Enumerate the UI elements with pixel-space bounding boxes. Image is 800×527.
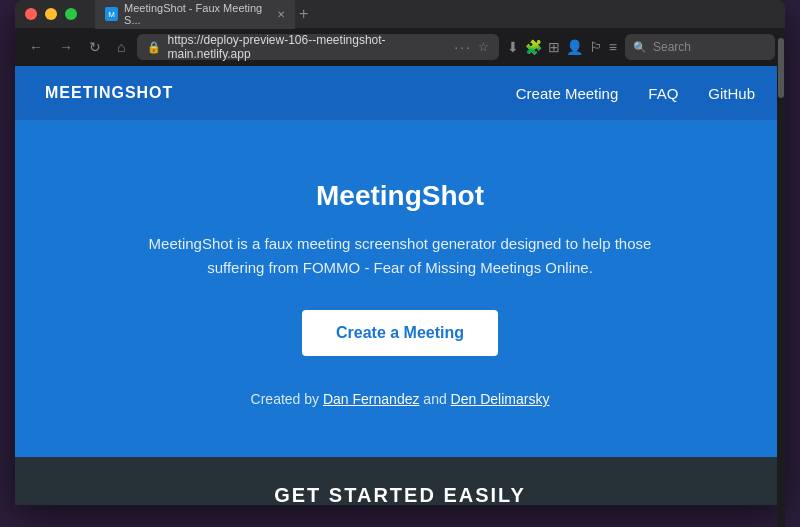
site-navbar: MEETINGSHOT Create Meeting FAQ GitHub bbox=[15, 66, 785, 120]
site-brand: MEETINGSHOT bbox=[45, 84, 516, 102]
create-meeting-button[interactable]: Create a Meeting bbox=[302, 310, 498, 356]
forward-button[interactable]: → bbox=[55, 37, 77, 57]
hero-title: MeetingShot bbox=[316, 180, 484, 212]
nav-faq[interactable]: FAQ bbox=[648, 85, 678, 102]
download-icon[interactable]: ⬇ bbox=[507, 39, 519, 55]
credit-prefix: Created by bbox=[251, 391, 323, 407]
footer-title: GET STARTED EASILY bbox=[274, 484, 526, 506]
url-text: https://deploy-preview-106--meetingshot-… bbox=[167, 33, 448, 61]
hero-credit: Created by Dan Fernandez and Den Delimar… bbox=[251, 391, 550, 407]
addressbar: ← → ↻ ⌂ 🔒 https://deploy-preview-106--me… bbox=[15, 28, 785, 66]
minimize-button[interactable] bbox=[45, 8, 57, 20]
browser-menu-icon[interactable]: ≡ bbox=[609, 39, 617, 55]
toolbar-icons: ⬇ 🧩 ⊞ 👤 🏳 ≡ bbox=[507, 39, 617, 55]
url-menu-icon[interactable]: ··· bbox=[454, 39, 472, 55]
nav-github[interactable]: GitHub bbox=[708, 85, 755, 102]
tab-favicon-icon: M bbox=[105, 7, 118, 21]
scrollbar-thumb[interactable] bbox=[778, 38, 784, 98]
bookmark-icon[interactable]: ☆ bbox=[478, 40, 489, 54]
titlebar: M MeetingShot - Faux Meeting S... ✕ + bbox=[15, 0, 785, 28]
footer-section: GET STARTED EASILY bbox=[15, 457, 785, 505]
grid-icon[interactable]: ⊞ bbox=[548, 39, 560, 55]
nav-create-meeting[interactable]: Create Meeting bbox=[516, 85, 619, 102]
site-nav-links: Create Meeting FAQ GitHub bbox=[516, 85, 755, 102]
hero-section: MeetingShot MeetingShot is a faux meetin… bbox=[15, 120, 785, 457]
search-bar[interactable]: 🔍 Search bbox=[625, 34, 775, 60]
lock-icon: 🔒 bbox=[147, 41, 161, 54]
tab-close-icon[interactable]: ✕ bbox=[277, 9, 285, 20]
hero-description: MeetingShot is a faux meeting screenshot… bbox=[130, 232, 670, 280]
profile-icon[interactable]: 👤 bbox=[566, 39, 583, 55]
new-tab-button[interactable]: + bbox=[299, 5, 308, 23]
browser-tab[interactable]: M MeetingShot - Faux Meeting S... ✕ bbox=[95, 0, 295, 29]
refresh-button[interactable]: ↻ bbox=[85, 37, 105, 57]
back-button[interactable]: ← bbox=[25, 37, 47, 57]
tab-title: MeetingShot - Faux Meeting S... bbox=[124, 2, 271, 26]
close-button[interactable] bbox=[25, 8, 37, 20]
credit-link-den[interactable]: Den Delimarsky bbox=[451, 391, 550, 407]
search-placeholder: Search bbox=[653, 40, 691, 54]
scrollbar-track[interactable] bbox=[777, 28, 785, 527]
search-icon: 🔍 bbox=[633, 41, 647, 54]
home-button[interactable]: ⌂ bbox=[113, 37, 129, 57]
credit-link-dan[interactable]: Dan Fernandez bbox=[323, 391, 420, 407]
maximize-button[interactable] bbox=[65, 8, 77, 20]
flag-icon[interactable]: 🏳 bbox=[589, 39, 603, 55]
credit-middle: and bbox=[419, 391, 450, 407]
url-bar[interactable]: 🔒 https://deploy-preview-106--meetingsho… bbox=[137, 34, 498, 60]
extensions-icon[interactable]: 🧩 bbox=[525, 39, 542, 55]
tab-area: M MeetingShot - Faux Meeting S... ✕ + bbox=[95, 0, 775, 29]
